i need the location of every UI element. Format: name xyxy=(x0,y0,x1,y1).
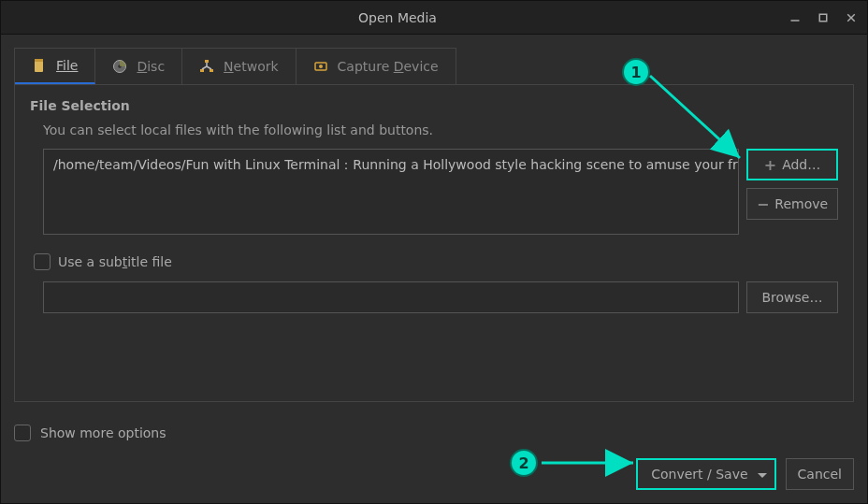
disc-icon xyxy=(112,59,127,74)
svg-rect-0 xyxy=(791,20,800,22)
svg-rect-5 xyxy=(35,59,43,62)
svg-line-13 xyxy=(207,66,211,69)
plus-icon: + xyxy=(764,156,776,174)
annotation-badge-1: 1 xyxy=(622,58,650,86)
tab-capture-label: Capture Device xyxy=(338,59,439,74)
subtitle-row: Browse… xyxy=(43,281,838,313)
window-controls xyxy=(787,9,860,26)
tab-disc[interactable]: Disc xyxy=(95,49,182,84)
tab-file[interactable]: File xyxy=(15,49,95,84)
tab-network-label: Network xyxy=(224,59,278,74)
show-more-label: Show more options xyxy=(40,425,166,440)
svg-rect-9 xyxy=(200,69,204,72)
network-icon xyxy=(199,59,214,74)
add-button-label: Add… xyxy=(782,157,820,172)
svg-rect-1 xyxy=(819,14,827,22)
file-selection-help: You can select local files with the foll… xyxy=(43,122,838,137)
browse-button[interactable]: Browse… xyxy=(746,281,838,313)
browse-button-label: Browse… xyxy=(762,290,823,305)
subtitle-checkbox-row[interactable]: Use a subtitle file xyxy=(34,253,838,270)
subtitle-checkbox-label: Use a subtitle file xyxy=(58,254,172,269)
dialog-footer: Show more options Convert / Save Cancel xyxy=(14,425,854,490)
remove-button[interactable]: − Remove xyxy=(746,188,838,220)
file-icon xyxy=(32,58,47,73)
close-icon[interactable] xyxy=(843,9,860,26)
annotation-badge-2: 2 xyxy=(510,449,538,477)
window-title: Open Media xyxy=(8,10,787,25)
cancel-button[interactable]: Cancel xyxy=(786,458,854,490)
show-more-checkbox[interactable] xyxy=(14,425,31,441)
file-row: /home/team/Videos/Fun with Linux Termina… xyxy=(43,149,838,235)
tab-capture[interactable]: Capture Device xyxy=(297,49,456,84)
add-button[interactable]: + Add… xyxy=(746,149,838,180)
file-list[interactable]: /home/team/Videos/Fun with Linux Termina… xyxy=(43,149,739,235)
tab-file-label: File xyxy=(56,58,78,73)
subtitle-checkbox[interactable] xyxy=(34,253,51,270)
minus-icon: − xyxy=(757,195,769,213)
dialog-content: File Disc Network Capture Device xyxy=(1,35,867,503)
remove-button-label: Remove xyxy=(774,196,828,211)
tab-disc-label: Disc xyxy=(137,59,165,74)
convert-save-dropdown[interactable]: Convert / Save xyxy=(636,458,775,490)
svg-line-12 xyxy=(202,66,207,69)
svg-rect-10 xyxy=(210,69,213,72)
file-panel: File Selection You can select local file… xyxy=(14,84,854,402)
file-side-buttons: + Add… − Remove xyxy=(746,149,838,235)
cancel-button-label: Cancel xyxy=(798,467,842,482)
maximize-icon[interactable] xyxy=(815,9,832,26)
capture-icon xyxy=(313,59,328,74)
tab-network[interactable]: Network xyxy=(182,49,296,84)
convert-save-label: Convert / Save xyxy=(651,467,747,482)
titlebar: Open Media xyxy=(1,1,867,35)
show-more-row[interactable]: Show more options xyxy=(14,425,854,441)
file-list-item[interactable]: /home/team/Videos/Fun with Linux Termina… xyxy=(53,157,729,174)
svg-rect-8 xyxy=(205,60,209,63)
dialog-actions: Convert / Save Cancel xyxy=(14,458,854,490)
source-tabs: File Disc Network Capture Device xyxy=(14,48,456,84)
svg-point-15 xyxy=(319,65,323,68)
subtitle-path-input[interactable] xyxy=(43,281,739,313)
open-media-dialog: Open Media File xyxy=(0,0,868,504)
minimize-icon[interactable] xyxy=(787,9,803,26)
file-selection-title: File Selection xyxy=(30,98,838,113)
